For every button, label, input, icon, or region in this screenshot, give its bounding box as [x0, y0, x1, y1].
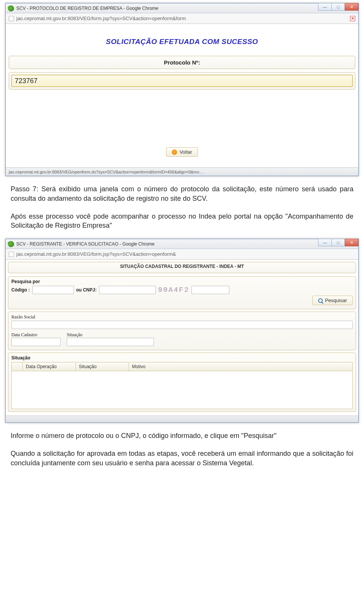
page-title: SITUAÇÃO CADASTRAL DO REGISTRANTE - INDE… — [11, 264, 353, 269]
titlebar-search: SCV - REGISTRANTE - VERIFICA SOLICITACAO… — [6, 239, 358, 249]
razao-input[interactable] — [11, 321, 353, 329]
data-cadastro-input[interactable] — [11, 338, 61, 346]
search-row: Código : ou CNPJ: 90A4F2 — [11, 286, 353, 294]
paragraph-after-process: Após esse processo você pode acompanhar … — [11, 212, 353, 231]
situacao-input[interactable] — [67, 338, 154, 346]
success-heading: SOLICITAÇÃO EFETUADA COM SUCESSO — [9, 38, 355, 46]
statusbar-search — [6, 416, 358, 422]
captcha-input[interactable] — [191, 286, 229, 294]
page-title-panel: SITUAÇÃO CADASTRAL DO REGISTRANTE - INDE… — [8, 262, 356, 273]
url-search: jao.cepromat.mt.gov.br:8083/VEG/form.jsp… — [16, 251, 355, 257]
captcha-text: 90A4F2 — [158, 286, 190, 294]
table-body — [11, 371, 353, 409]
home-icon — [172, 150, 177, 155]
titlebar-protocol: SCV - PROTOCOLO DE REGISTRO DE EMPRESA -… — [6, 3, 358, 13]
content-search: SITUAÇÃO CADASTRAL DO REGISTRANTE - INDE… — [6, 260, 358, 416]
stop-icon[interactable]: ✕ — [350, 16, 355, 21]
maximize-button[interactable]: □ — [331, 239, 345, 246]
content-protocol: SOLICITAÇÃO EFETUADA COM SUCESSO Protoco… — [6, 24, 358, 167]
search-button-label: Pesquisar — [325, 298, 347, 303]
search-icon — [318, 298, 323, 303]
maximize-button[interactable]: □ — [331, 3, 345, 11]
paragraph-informe: Informe o número de protocolo ou o CNPJ,… — [11, 431, 353, 441]
minimize-button[interactable]: — — [318, 3, 332, 11]
protocol-label-panel: Protocolo Nº: — [9, 56, 355, 69]
situacao-label: Situação — [67, 332, 158, 338]
protocol-value-panel: 723767 — [9, 72, 355, 90]
statusbar-protocol: jao.cepromat.mt.gov.br:8083/VEG/openform… — [6, 167, 358, 176]
back-button-label: Voltar — [179, 149, 192, 155]
table-header: Data Operação Situação Motivo — [11, 362, 353, 371]
close-button[interactable]: ✕ — [345, 3, 358, 11]
search-button[interactable]: Pesquisar — [312, 296, 353, 305]
table-col-blank — [12, 362, 22, 371]
paragraph-quando: Quando a solicitação for aprovada em tod… — [11, 449, 353, 468]
search-legend: Pesquisa por — [11, 279, 353, 284]
table-col-situacao: Situação — [75, 362, 129, 371]
protocol-label: Protocolo Nº: — [164, 59, 200, 66]
back-button-row: Voltar — [9, 147, 355, 157]
codigo-label: Código : — [11, 287, 30, 293]
cnpj-input[interactable] — [99, 286, 156, 294]
status-text: jao.cepromat.mt.gov.br:8083/VEG/openform… — [9, 170, 203, 174]
url-protocol: jao.cepromat.mt.gov.br:8083/VEG/form.jsp… — [16, 16, 348, 21]
close-button[interactable]: ✕ — [345, 239, 358, 246]
codigo-input[interactable] — [32, 286, 74, 294]
window-title-protocol: SCV - PROTOCOLO DE REGISTRO DE EMPRESA -… — [16, 6, 158, 11]
address-bar-search: jao.cepromat.mt.gov.br:8083/VEG/form.jsp… — [6, 249, 358, 260]
protocol-number-field[interactable]: 723767 — [11, 75, 353, 87]
window-protocol: SCV - PROTOCOLO DE REGISTRO DE EMPRESA -… — [5, 3, 359, 176]
minimize-button[interactable]: — — [318, 239, 332, 246]
situacao-fieldset: Situação Data Operação Situação Motivo — [8, 353, 356, 412]
table-col-motivo: Motivo — [129, 362, 352, 371]
cnpj-label: ou CNPJ: — [76, 287, 97, 293]
cadastro-row: Data Cadastro Situação — [11, 332, 353, 346]
data-cadastro-label: Data Cadastro — [11, 332, 64, 338]
situacao-legend: Situação — [11, 355, 353, 361]
app-icon — [7, 240, 15, 248]
protocol-value: 723767 — [15, 77, 38, 85]
razao-label: Razão Social — [11, 314, 353, 320]
table-col-data: Data Operação — [22, 362, 75, 371]
paragraph-step7: Passo 7: Será exibido uma janela com o n… — [11, 184, 353, 203]
app-icon — [7, 4, 15, 12]
file-icon — [9, 16, 14, 21]
razao-fieldset: Razão Social Data Cadastro Situação — [8, 312, 356, 350]
window-search: SCV - REGISTRANTE - VERIFICA SOLICITACAO… — [5, 239, 359, 423]
window-title-search: SCV - REGISTRANTE - VERIFICA SOLICITACAO… — [16, 241, 155, 247]
search-fieldset: Pesquisa por Código : ou CNPJ: 90A4F2 Pe… — [8, 276, 356, 309]
window-controls: — □ ✕ — [318, 3, 358, 11]
address-bar-protocol: jao.cepromat.mt.gov.br:8083/VEG/form.jsp… — [6, 13, 358, 24]
spacer — [9, 93, 355, 146]
file-icon — [9, 252, 14, 257]
back-button[interactable]: Voltar — [166, 147, 198, 157]
window-controls: — □ ✕ — [318, 239, 358, 246]
